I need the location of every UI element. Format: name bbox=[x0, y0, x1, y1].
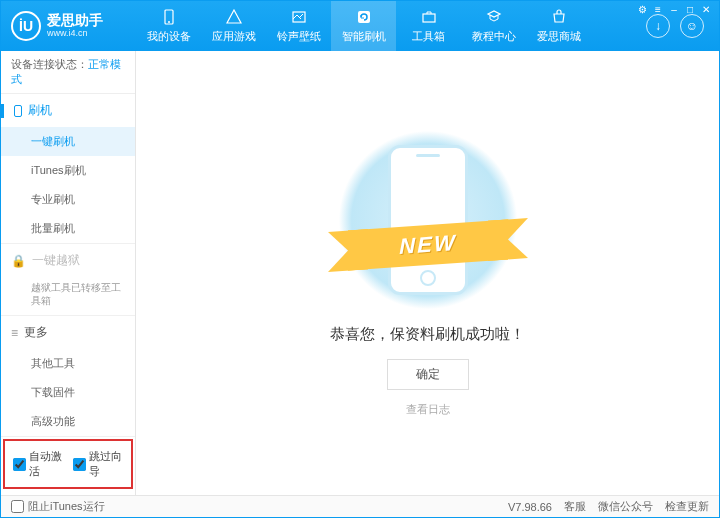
tab-store[interactable]: 爱思商城 bbox=[526, 1, 591, 51]
menu-icon[interactable]: ≡ bbox=[651, 4, 665, 15]
logo-icon: İU bbox=[11, 11, 41, 41]
maximize-icon[interactable]: □ bbox=[683, 4, 697, 15]
toolbox-icon bbox=[420, 8, 438, 26]
sidebar-item-pro-flash[interactable]: 专业刷机 bbox=[1, 185, 135, 214]
wallpaper-icon bbox=[290, 8, 308, 26]
sidebar-header-label: 刷机 bbox=[28, 102, 52, 119]
wechat-link[interactable]: 微信公众号 bbox=[598, 499, 653, 514]
success-illustration: NEW bbox=[328, 130, 528, 310]
tab-tutorial[interactable]: 教程中心 bbox=[461, 1, 526, 51]
lock-icon: 🔒 bbox=[11, 254, 26, 268]
svg-rect-3 bbox=[358, 11, 370, 23]
sidebar: 设备连接状态：正常模式 刷机 一键刷机 iTunes刷机 专业刷机 批量刷机 🔒… bbox=[1, 51, 136, 495]
sidebar-header-label: 更多 bbox=[24, 324, 48, 341]
sidebar-header-label: 一键越狱 bbox=[32, 252, 80, 269]
version-label: V7.98.66 bbox=[508, 501, 552, 513]
app-url: www.i4.cn bbox=[47, 29, 103, 39]
tab-apps[interactable]: 应用游戏 bbox=[201, 1, 266, 51]
flash-icon bbox=[355, 8, 373, 26]
tab-label: 爱思商城 bbox=[537, 29, 581, 44]
logo[interactable]: İU 爱思助手 www.i4.cn bbox=[1, 11, 136, 41]
connection-status: 设备连接状态：正常模式 bbox=[1, 51, 135, 94]
sidebar-item-other-tools[interactable]: 其他工具 bbox=[1, 349, 135, 378]
ok-button[interactable]: 确定 bbox=[387, 359, 469, 390]
tab-label: 教程中心 bbox=[472, 29, 516, 44]
sidebar-item-advanced[interactable]: 高级功能 bbox=[1, 407, 135, 436]
sidebar-item-download-fw[interactable]: 下载固件 bbox=[1, 378, 135, 407]
tab-label: 智能刷机 bbox=[342, 29, 386, 44]
tab-label: 铃声壁纸 bbox=[277, 29, 321, 44]
tab-label: 工具箱 bbox=[412, 29, 445, 44]
minimize-icon[interactable]: – bbox=[667, 4, 681, 15]
phone-icon bbox=[14, 105, 22, 117]
tab-label: 我的设备 bbox=[147, 29, 191, 44]
statusbar: 阻止iTunes运行 V7.98.66 客服 微信公众号 检查更新 bbox=[1, 495, 719, 517]
store-icon bbox=[550, 8, 568, 26]
tab-label: 应用游戏 bbox=[212, 29, 256, 44]
skip-guide-checkbox[interactable]: 跳过向导 bbox=[73, 449, 123, 479]
sidebar-item-oneclick-flash[interactable]: 一键刷机 bbox=[1, 127, 135, 156]
more-icon: ≡ bbox=[11, 326, 18, 340]
tab-my-device[interactable]: 我的设备 bbox=[136, 1, 201, 51]
sidebar-flash-header[interactable]: 刷机 bbox=[1, 94, 135, 127]
service-link[interactable]: 客服 bbox=[564, 499, 586, 514]
svg-point-1 bbox=[168, 21, 170, 23]
titlebar: ⚙ ≡ – □ ✕ İU 爱思助手 www.i4.cn 我的设备 应用游戏 bbox=[1, 1, 719, 51]
window-controls: ⚙ ≡ – □ ✕ bbox=[629, 1, 719, 18]
sidebar-more-header[interactable]: ≡ 更多 bbox=[1, 316, 135, 349]
close-icon[interactable]: ✕ bbox=[699, 4, 713, 15]
view-log-link[interactable]: 查看日志 bbox=[406, 402, 450, 417]
sidebar-item-batch-flash[interactable]: 批量刷机 bbox=[1, 214, 135, 243]
main-content: NEW 恭喜您，保资料刷机成功啦！ 确定 查看日志 bbox=[136, 51, 719, 495]
nav-tabs: 我的设备 应用游戏 铃声壁纸 智能刷机 工具箱 教程中心 bbox=[136, 1, 646, 51]
checkbox-row-highlighted: 自动激活 跳过向导 bbox=[3, 439, 133, 489]
tab-toolbox[interactable]: 工具箱 bbox=[396, 1, 461, 51]
block-itunes-checkbox[interactable]: 阻止iTunes运行 bbox=[11, 499, 105, 514]
device-icon bbox=[160, 8, 178, 26]
svg-rect-4 bbox=[423, 14, 435, 22]
sidebar-jailbreak-header[interactable]: 🔒 一键越狱 bbox=[1, 244, 135, 277]
tutorial-icon bbox=[485, 8, 503, 26]
sidebar-item-itunes-flash[interactable]: iTunes刷机 bbox=[1, 156, 135, 185]
tab-flash[interactable]: 智能刷机 bbox=[331, 1, 396, 51]
auto-activate-checkbox[interactable]: 自动激活 bbox=[13, 449, 63, 479]
apps-icon bbox=[225, 8, 243, 26]
success-message: 恭喜您，保资料刷机成功啦！ bbox=[330, 325, 525, 344]
tab-wallpaper[interactable]: 铃声壁纸 bbox=[266, 1, 331, 51]
settings-icon[interactable]: ⚙ bbox=[635, 4, 649, 15]
jailbreak-note: 越狱工具已转移至工具箱 bbox=[1, 277, 135, 315]
app-name: 爱思助手 bbox=[47, 13, 103, 28]
update-link[interactable]: 检查更新 bbox=[665, 499, 709, 514]
